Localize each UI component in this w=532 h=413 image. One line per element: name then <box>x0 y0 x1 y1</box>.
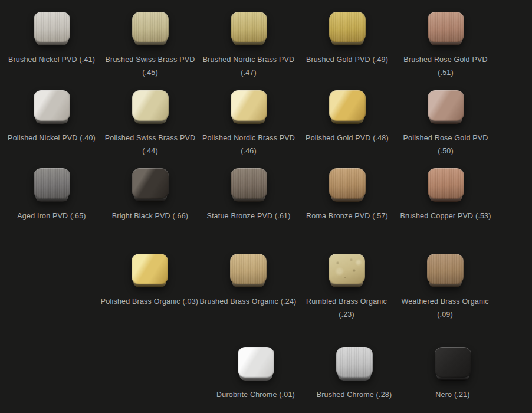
swatch-label: Roma Bronze PVD (.57) <box>306 209 388 222</box>
finish-option[interactable]: Statue Bronze PVD (.61) <box>199 168 298 222</box>
finish-option[interactable]: Polished Rose Gold PVD (.50) <box>396 90 495 158</box>
swatch-tile[interactable] <box>132 12 169 45</box>
swatch-face <box>231 12 267 42</box>
swatch-face <box>238 347 274 378</box>
swatch-label: Rumbled Brass Organic (.23) <box>297 295 396 321</box>
finish-option[interactable]: Polished Swiss Brass PVD(.44) <box>101 90 199 158</box>
finish-option[interactable]: Polished Nickel PVD (.40) <box>2 90 101 158</box>
finish-option[interactable]: Brushed Rose Gold PVD (.51) <box>396 12 495 79</box>
swatch-face <box>132 254 168 284</box>
finish-option[interactable]: Brushed Brass Organic (.24) <box>199 254 297 321</box>
swatch-label: Polished Gold PVD (.48) <box>306 132 389 145</box>
swatch-label: Nero (.21) <box>435 388 469 401</box>
swatch-face <box>336 347 373 378</box>
swatch-label: Brushed Rose Gold PVD (.51) <box>396 53 495 79</box>
swatch-tile[interactable] <box>435 347 471 381</box>
swatch-tile[interactable] <box>329 12 366 45</box>
swatch-face <box>132 12 169 42</box>
swatch-face <box>230 254 267 284</box>
swatch-tile[interactable] <box>34 90 70 124</box>
swatch-label: Statue Bronze PVD (.61) <box>206 209 290 222</box>
swatch-face <box>428 168 464 199</box>
swatch-face <box>435 347 471 378</box>
finish-row-4: Polished Brass Organic (.03)Brushed Bras… <box>100 254 494 321</box>
finish-option[interactable]: Weathered Brass Organic(.09) <box>396 254 494 321</box>
swatch-tile[interactable] <box>34 168 70 202</box>
swatch-face <box>427 254 464 284</box>
swatch-face <box>329 254 365 284</box>
swatch-face <box>329 168 366 199</box>
finish-row-1: Brushed Nickel PVD (.41)Brushed Swiss Br… <box>2 12 495 79</box>
swatch-label: Aged Iron PVD (.65) <box>17 209 86 222</box>
swatch-tile[interactable] <box>132 90 169 124</box>
swatch-label: Brushed Swiss Brass PVD(.45) <box>106 53 195 79</box>
swatch-tile[interactable] <box>231 12 267 45</box>
finish-option[interactable]: Brushed Chrome (.28) <box>305 347 403 401</box>
finish-option[interactable]: Polished Nordic Brass PVD(.46) <box>199 90 298 158</box>
swatch-tile[interactable] <box>329 168 366 202</box>
swatch-label: Polished Swiss Brass PVD(.44) <box>105 132 195 158</box>
swatch-label: Brushed Brass Organic (.24) <box>200 295 297 308</box>
swatch-tile[interactable] <box>132 254 168 287</box>
swatch-face <box>34 12 70 42</box>
swatch-face <box>329 90 366 121</box>
swatch-label: Polished Nickel PVD (.40) <box>8 132 96 145</box>
finish-option[interactable]: Brushed Copper PVD (.53) <box>396 168 495 222</box>
swatch-tile[interactable] <box>238 347 274 381</box>
finish-option[interactable]: Polished Brass Organic (.03) <box>100 254 199 321</box>
swatch-face <box>428 90 464 121</box>
swatch-label: Polished Rose Gold PVD (.50) <box>396 132 495 158</box>
swatch-tile[interactable] <box>132 168 169 202</box>
swatch-tile[interactable] <box>336 347 373 381</box>
swatch-tile[interactable] <box>231 90 267 124</box>
swatch-tile[interactable] <box>230 254 267 287</box>
swatch-label: Polished Brass Organic (.03) <box>101 295 198 308</box>
finish-option[interactable]: Brushed Nickel PVD (.41) <box>2 12 101 79</box>
swatch-label: Durobrite Chrome (.01) <box>216 388 295 401</box>
finish-gallery: { "page": { "background": "#1b1b1a", "la… <box>0 0 532 413</box>
finish-option[interactable]: Aged Iron PVD (.65) <box>2 168 101 222</box>
swatch-tile[interactable] <box>428 12 464 45</box>
swatch-label: Brushed Copper PVD (.53) <box>400 209 491 222</box>
finish-row-5: Durobrite Chrome (.01)Brushed Chrome (.2… <box>206 347 502 401</box>
swatch-label: Brushed Gold PVD (.49) <box>306 53 388 66</box>
swatch-label: Brushed Nordic Brass PVD(.47) <box>203 53 295 79</box>
swatch-tile[interactable] <box>231 168 267 202</box>
finish-option[interactable]: Roma Bronze PVD (.57) <box>298 168 396 222</box>
swatch-face <box>132 90 169 121</box>
swatch-face <box>132 168 169 199</box>
finish-option[interactable]: Durobrite Chrome (.01) <box>206 347 305 401</box>
finish-option[interactable]: Rumbled Brass Organic (.23) <box>297 254 396 321</box>
finish-row-3: Aged Iron PVD (.65)Bright Black PVD (.66… <box>2 168 495 222</box>
swatch-label: Brushed Nickel PVD (.41) <box>8 53 95 66</box>
finish-option[interactable]: Brushed Nordic Brass PVD(.47) <box>199 12 298 79</box>
swatch-face <box>329 12 366 42</box>
swatch-tile[interactable] <box>427 254 464 287</box>
finish-option[interactable]: Brushed Gold PVD (.49) <box>298 12 396 79</box>
swatch-face <box>231 168 267 199</box>
finish-option[interactable]: Polished Gold PVD (.48) <box>298 90 396 158</box>
swatch-label: Brushed Chrome (.28) <box>317 388 392 401</box>
swatch-face <box>428 12 464 42</box>
swatch-label: Polished Nordic Brass PVD(.46) <box>202 132 295 158</box>
swatch-face <box>231 90 267 121</box>
swatch-tile[interactable] <box>34 12 70 45</box>
finish-option[interactable]: Brushed Swiss Brass PVD(.45) <box>101 12 199 79</box>
swatch-face <box>34 168 70 199</box>
finish-option[interactable]: Bright Black PVD (.66) <box>101 168 199 222</box>
swatch-tile[interactable] <box>329 254 365 287</box>
finish-option[interactable]: Nero (.21) <box>403 347 502 401</box>
swatch-label: Bright Black PVD (.66) <box>112 209 188 222</box>
swatch-tile[interactable] <box>428 90 464 124</box>
swatch-face <box>34 90 70 121</box>
finish-row-2: Polished Nickel PVD (.40)Polished Swiss … <box>2 90 495 158</box>
swatch-tile[interactable] <box>329 90 366 124</box>
swatch-tile[interactable] <box>428 168 464 202</box>
swatch-label: Weathered Brass Organic(.09) <box>401 295 488 321</box>
